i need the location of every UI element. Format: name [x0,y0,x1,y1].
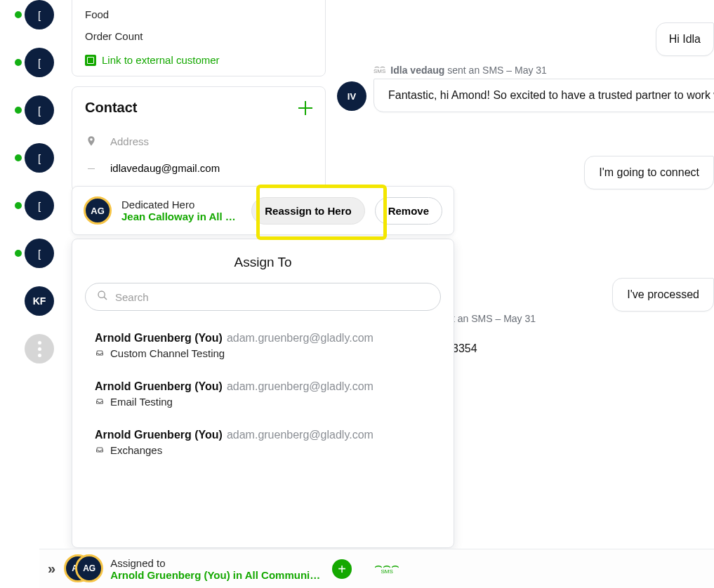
status-dot-online [15,59,22,66]
status-dot-online [15,154,22,161]
hero-avatar[interactable]: AG [84,196,112,225]
attribute-row[interactable]: Order Count [85,25,312,47]
conversation-avatar[interactable]: [ [25,143,54,173]
footer-assigned-label: Assigned to [110,557,321,569]
sms-icon: ⌢⌢SMS [373,66,385,74]
assign-search-box[interactable] [85,283,441,311]
contact-address-row[interactable]: Address [85,127,312,155]
svg-line-1 [104,297,107,300]
svg-point-0 [98,291,105,298]
status-dot-online [15,11,22,18]
contact-card-icon [85,55,96,66]
avatar-iv[interactable]: IV [337,81,366,111]
search-icon [97,290,108,304]
assign-option-name: Arnold Gruenberg (You) [95,332,223,344]
conversation-avatar[interactable]: [ [25,239,54,268]
assign-to-panel: Assign To Arnold Gruenberg (You)adam.gru… [72,239,454,548]
attributes-card: Food Order Count Link to external custom… [72,0,326,76]
footer-sms-button[interactable]: ⌢⌢⌢SMS [374,563,399,574]
footer-assigned-value[interactable]: Arnold Gruenberg (You) in All Communica… [110,569,321,581]
assign-option[interactable]: Arnold Gruenberg (You)adam.gruenberg@gla… [85,375,441,413]
details-panel: Food Order Count Link to external custom… [72,0,326,201]
assign-option-email: adam.gruenberg@gladly.com [227,429,373,441]
assign-option[interactable]: Arnold Gruenberg (You)adam.gruenberg@gla… [85,423,441,462]
message-bubble-outgoing[interactable]: I've processed [612,278,714,312]
hero-title: Dedicated Hero [121,199,242,211]
footer-avatar: AG [75,554,103,582]
message-number: 3354 [452,342,477,355]
message-bubble-incoming[interactable]: Fantastic, hi Amond! So excited to have … [373,79,714,112]
message-meta: ⌢⌢SMS Idla vedaug sent an SMS – May 31 [373,65,547,76]
footer-avatars[interactable]: AG AG [64,554,102,584]
add-contact-button[interactable] [298,101,312,115]
inbox-icon [95,396,105,408]
assign-to-title: Assign To [85,255,441,270]
expand-chevrons-icon[interactable]: » [48,561,55,577]
dedicated-hero-card: AG Dedicated Hero Jean Calloway in All C… [72,186,454,235]
assign-option-channel: Email Testing [110,396,173,408]
status-dot-online [15,250,22,257]
attribute-row[interactable]: Food [85,4,312,25]
remove-hero-button[interactable]: Remove [375,197,442,225]
assign-option-name: Arnold Gruenberg (You) [95,429,223,441]
inbox-icon [95,347,105,359]
link-external-label: Link to external customer [102,54,220,66]
footer-bar: » AG AG Assigned to Arnold Gruenberg (Yo… [39,549,714,588]
assign-option-channel: Custom Channel Testing [110,347,225,359]
message-meta: t an SMS – May 31 [452,313,536,324]
hero-subtitle: Jean Calloway in All Commu… [121,211,242,222]
inbox-icon [95,444,105,456]
more-conversations-button[interactable] [25,334,54,363]
address-placeholder: Address [110,135,149,147]
conversation-avatar[interactable]: [ [25,48,54,77]
conversation-avatar[interactable]: [ [25,95,54,125]
status-dot-online [15,107,22,114]
link-external-customer[interactable]: Link to external customer [85,47,312,66]
assign-option-email: adam.gruenberg@gladly.com [227,380,373,392]
contact-email-value: idlavedaug@gmail.com [110,162,220,174]
conversation-avatar-kf[interactable]: KF [25,286,54,316]
message-bubble-outgoing[interactable]: I'm going to connect [584,156,714,189]
footer-add-button[interactable]: + [332,559,352,579]
contact-email-row[interactable]: — idlavedaug@gmail.com [85,155,312,181]
sidebar-left: [ [ [ [ [ [ KF [0,0,63,588]
status-dot-online [15,202,22,209]
plus-icon: + [338,562,346,576]
assign-option-name: Arnold Gruenberg (You) [95,380,223,392]
assign-option[interactable]: Arnold Gruenberg (You)adam.gruenberg@gla… [85,326,441,365]
conversation-avatar[interactable]: [ [25,191,54,220]
location-pin-icon [85,134,98,148]
dash-icon: — [85,164,98,172]
assign-search-input[interactable] [115,291,429,303]
conversation-avatar[interactable]: [ [25,0,54,29]
assign-option-email: adam.gruenberg@gladly.com [227,332,373,344]
reassign-to-hero-button[interactable]: Reassign to Hero [251,197,364,225]
contact-card: Contact Address — idlavedaug@gmail.com [72,86,326,192]
assign-option-channel: Exchanges [110,444,162,456]
contact-card-title: Contact [85,100,137,116]
message-bubble-outgoing[interactable]: Hi Idla [656,22,714,56]
